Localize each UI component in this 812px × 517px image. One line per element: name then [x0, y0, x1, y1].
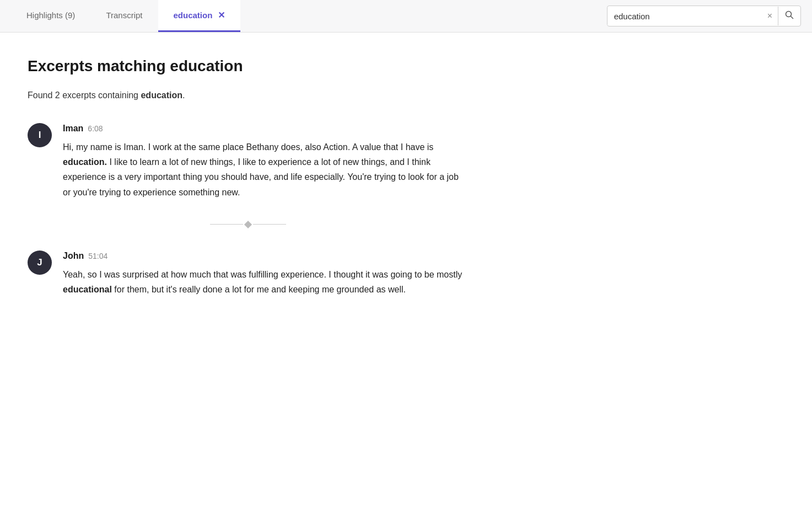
excerpt-text-after-1: I like to learn a lot of new things, I l…: [63, 157, 459, 196]
tab-transcript[interactable]: Transcript: [90, 0, 158, 32]
tab-close-icon[interactable]: ✕: [218, 10, 225, 20]
timestamp-1: 6:08: [88, 123, 103, 135]
avatar-john: J: [28, 250, 52, 275]
excerpt-item-2: J John 51:04 Yeah, so I was surprised at…: [28, 249, 469, 297]
found-suffix: .: [182, 90, 185, 100]
search-clear-icon: ×: [767, 11, 772, 21]
separator: [28, 222, 469, 227]
excerpt-text-2: Yeah, so I was surprised at how much tha…: [63, 267, 469, 297]
svg-line-1: [791, 17, 793, 19]
found-keyword: education: [141, 90, 182, 100]
excerpt-text-highlight-1: education.: [63, 157, 107, 167]
divider-diamond-icon: [244, 221, 252, 228]
page-title: Excerpts matching education: [28, 55, 469, 78]
tab-bar: Highlights (9) Transcript education ✕ ×: [0, 0, 812, 33]
main-content: Excerpts matching education Found 2 exce…: [0, 33, 496, 337]
excerpt-meta-1: Iman 6:08: [63, 122, 469, 135]
excerpt-meta-2: John 51:04: [63, 249, 469, 263]
found-summary: Found 2 excerpts containing education.: [28, 89, 469, 102]
search-clear-button[interactable]: ×: [762, 7, 778, 25]
search-container: ×: [607, 0, 801, 32]
excerpt-text-before-2: Yeah, so I was surprised at how much tha…: [63, 270, 462, 279]
avatar-iman: I: [28, 123, 52, 147]
speaker-name-1: Iman: [63, 122, 83, 135]
excerpt-text-after-2: for them, but it's really done a lot for…: [112, 285, 406, 294]
divider-line-left: [210, 224, 243, 225]
excerpt-text-highlight-2: educational: [63, 285, 112, 294]
search-icon: [785, 10, 794, 22]
tab-transcript-label: Transcript: [106, 10, 142, 20]
search-submit-button[interactable]: [778, 6, 800, 26]
found-prefix: Found 2 excerpts containing: [28, 90, 141, 100]
speaker-name-2: John: [63, 249, 84, 263]
timestamp-2: 51:04: [88, 250, 107, 262]
tab-education-label: education: [174, 10, 213, 20]
tab-education[interactable]: education ✕: [158, 0, 241, 32]
excerpt-body-1: Iman 6:08 Hi, my name is Iman. I work at…: [63, 122, 469, 200]
search-input[interactable]: [607, 7, 762, 25]
tab-highlights[interactable]: Highlights (9): [11, 0, 90, 32]
excerpt-body-2: John 51:04 Yeah, so I was surprised at h…: [63, 249, 469, 297]
excerpt-item-1: I Iman 6:08 Hi, my name is Iman. I work …: [28, 122, 469, 200]
search-box: ×: [607, 6, 801, 26]
excerpt-text-1: Hi, my name is Iman. I work at the same …: [63, 140, 469, 200]
divider-line-right: [253, 224, 286, 225]
tab-highlights-label: Highlights (9): [26, 10, 75, 20]
excerpt-text-before-1: Hi, my name is Iman. I work at the same …: [63, 142, 433, 152]
